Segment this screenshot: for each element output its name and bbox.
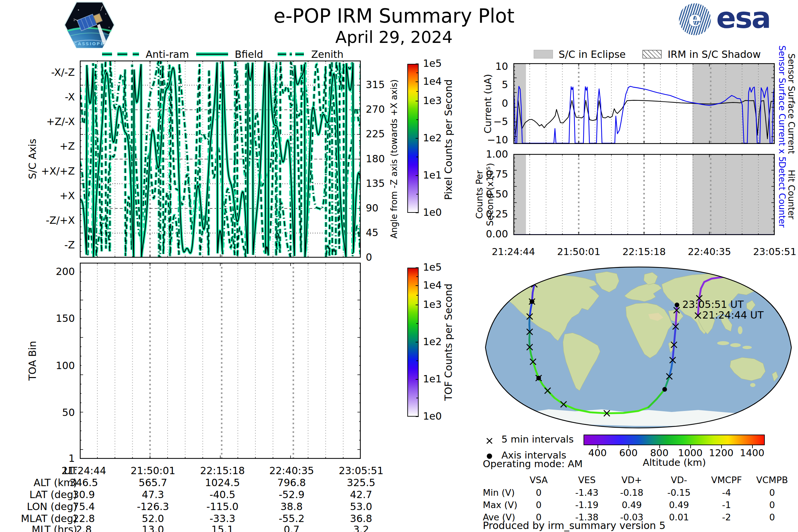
- cassiope-mission-patch: CASSIOPE: [62, 1, 116, 49]
- current-tick-label: 0: [502, 97, 508, 109]
- page-title: e-POP IRM Summary Plot: [274, 5, 515, 27]
- pixel-colorbar-ticklabel-minortick: [416, 119, 418, 120]
- map-time-label: 21:24:44 UT: [702, 309, 764, 321]
- ephemeris-cell: 22:40:35: [269, 465, 314, 476]
- pixel-colorbar-ticklabel-minortick: [416, 194, 418, 194]
- altitude-tick-label: 400: [588, 447, 607, 458]
- page-date: April 29, 2024: [336, 27, 453, 47]
- current-right-label-detect: Sensor Surface Current x 5: [777, 45, 787, 162]
- tof-colorbar-ticklabel-minortick: [416, 276, 418, 277]
- esa-wordmark: esa: [716, 1, 770, 35]
- track-x-mark: [741, 277, 747, 283]
- voltage-header: VSA: [530, 475, 548, 485]
- eclipse-swatch: [534, 50, 553, 58]
- tof-colorbar-ticklabel: 1e4: [423, 279, 442, 291]
- ephemeris-cell: 53.0: [350, 501, 373, 512]
- counts-right-label-detect: Detect Counter: [777, 162, 787, 228]
- ephemeris-cell: -115.0: [207, 501, 239, 512]
- angle-tick-label: 135: [366, 177, 385, 189]
- toa-tick-label: 150: [56, 312, 75, 324]
- tof-colorbar-ticklabel: 1e3: [423, 299, 442, 310]
- toa-bin-plot: [80, 263, 361, 459]
- voltage-row-label: Min (V): [483, 488, 515, 498]
- current-plot: [513, 63, 775, 144]
- sc-axis-tick-label: +Z/-X: [46, 116, 75, 127]
- ephemeris-cell: 52.0: [142, 513, 164, 524]
- eclipse-legend-label: S/C in Eclipse: [558, 49, 626, 60]
- current-tick-label: 10: [495, 60, 508, 72]
- legend-sample-dashdot: [277, 50, 305, 58]
- angle-tick-label: 90: [366, 202, 378, 214]
- map-time-label: 23:05:51 UT: [682, 299, 744, 310]
- current-tick-label: −5: [493, 116, 508, 127]
- footer-version: Produced by irm_summary version 5: [483, 520, 665, 531]
- altitude-colorbar: [584, 435, 765, 445]
- ephemeris-cell: -55.2: [279, 513, 305, 524]
- ephemeris-cell: 796.8: [277, 477, 306, 489]
- ephemeris-cell: 22.8: [73, 513, 95, 524]
- toa-tick-label: 1: [69, 453, 75, 464]
- ephemeris-cell: 36.8: [350, 513, 373, 524]
- counts-tick-label: 0.50: [486, 188, 508, 200]
- voltage-header: VMCPF: [711, 475, 742, 485]
- voltage-cell: -0.18: [620, 488, 643, 498]
- current-tick-label: 5: [502, 79, 508, 91]
- pixel-colorbar-ticklabel: 1e2: [423, 132, 442, 144]
- pixel-colorbar-ticklabel-minortick: [416, 157, 418, 157]
- ephemeris-cell: 3.2: [353, 524, 369, 532]
- voltage-cell: -1.43: [575, 488, 598, 498]
- legend-sample-solid: [195, 50, 229, 58]
- ephemeris-cell: -33.3: [209, 513, 235, 524]
- pixel-colorbar-ticklabel-tick: [416, 63, 419, 64]
- altitude-tick-label: 1400: [740, 447, 764, 458]
- pixel-colorbar-ticklabel: 1e1: [423, 169, 442, 181]
- counts-plot: [513, 154, 775, 235]
- track-segment-5: [529, 332, 530, 347]
- pixel-colorbar-ticklabel-tick: [416, 101, 419, 101]
- sc-axis-tick-label: -Z/+X: [46, 214, 75, 226]
- voltage-cell: -1.19: [575, 500, 598, 510]
- tof-colorbar-ticklabel-minortick: [416, 398, 418, 398]
- altitude-tick-label: 1200: [709, 447, 734, 458]
- pixel-colorbar-ticklabel-tick: [416, 175, 419, 176]
- ephemeris-cell: 325.5: [347, 477, 375, 489]
- ephemeris-cell: 23:05:51: [339, 465, 384, 476]
- tof-colorbar-label: TOF Counts per Second: [442, 284, 454, 401]
- voltage-cell: 0: [769, 500, 775, 510]
- tof-colorbar-ticklabel: 1e0: [423, 410, 442, 422]
- ephemeris-row-label: LON (deg): [27, 501, 77, 512]
- pixel-colorbar-label: Pixel Counts per Second: [442, 79, 454, 200]
- counts-time-label: 23:05:51: [753, 246, 796, 258]
- counts-time-label: 21:50:01: [557, 246, 600, 258]
- tof-colorbar-ticklabel-minortick: [416, 360, 418, 361]
- ephemeris-cell: 21:50:01: [131, 465, 175, 476]
- sc-axis-ylabel: S/C Axis: [26, 139, 38, 179]
- epop-irm-summary-page: CASSIOPE e-POP IRM Summary Plot April 29…: [0, 0, 798, 532]
- pixel-colorbar-ticklabel-tick: [416, 138, 419, 139]
- counts-time-label: 21:24:44: [492, 246, 535, 258]
- pixel-colorbar-ticklabel: 1e4: [423, 75, 442, 87]
- counts-tick-label: 0.25: [486, 208, 508, 220]
- pixel-colorbar-ticklabel-minortick: [416, 73, 418, 73]
- angle-tick-label: 270: [366, 103, 385, 115]
- track-axis-dot: [662, 387, 667, 392]
- ephemeris-cell: 30.9: [73, 489, 95, 500]
- counts-tick-label: 0.00: [486, 228, 508, 240]
- ephemeris-cell: 2.8: [76, 524, 92, 532]
- voltage-cell: -0.15: [667, 488, 690, 498]
- sc-axis-plot: [80, 60, 361, 258]
- ephemeris-cell: -126.3: [137, 501, 169, 512]
- altitude-bar-label: Altitude (km): [643, 457, 706, 468]
- legend-label-zenith: Zenith: [311, 49, 343, 60]
- angle-tick-label: 315: [366, 79, 385, 91]
- voltage-cell: 0.49: [669, 500, 689, 510]
- track-axis-dot: [530, 299, 534, 304]
- pixel-colorbar-ticklabel: 1e3: [423, 95, 442, 107]
- sc-axis-tick-label: +Z: [59, 140, 75, 152]
- ephemeris-cell: 13.0: [142, 524, 164, 532]
- legend-sample-dashed: [101, 50, 140, 58]
- ephemeris-cell: 38.8: [281, 501, 303, 512]
- ephemeris-cell: 1024.5: [205, 477, 240, 489]
- ephemeris-cell: 565.7: [139, 477, 167, 489]
- voltage-row-label: Max (V): [483, 500, 517, 510]
